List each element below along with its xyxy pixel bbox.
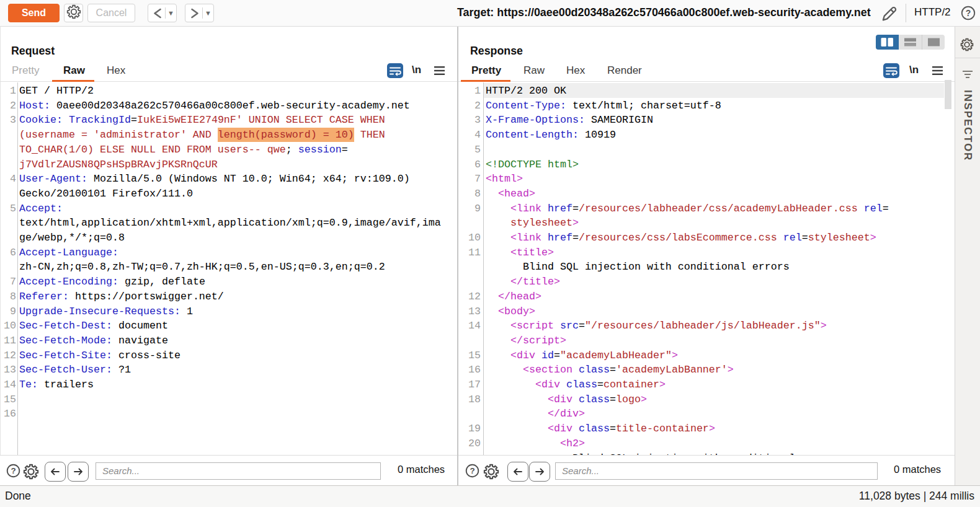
svg-text:?: ?: [11, 466, 16, 475]
svg-text:?: ?: [470, 466, 474, 475]
svg-text:?: ?: [966, 8, 971, 18]
